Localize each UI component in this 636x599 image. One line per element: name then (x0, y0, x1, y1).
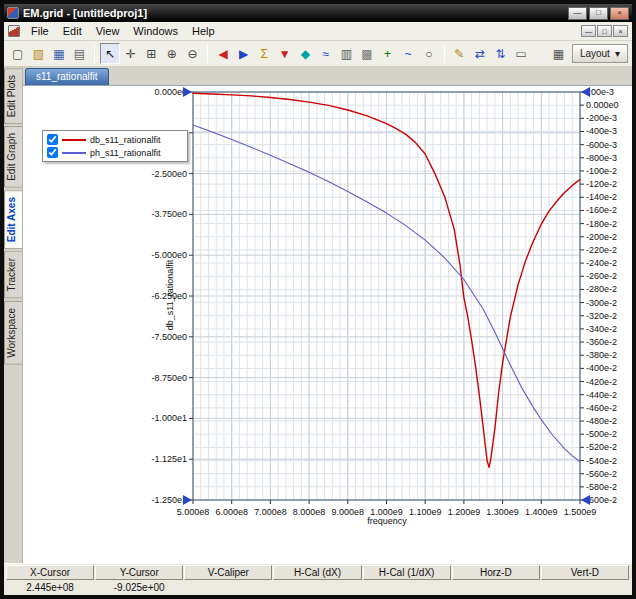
menu-bar: File Edit View Windows Help — □ × (4, 22, 632, 41)
right-tick-label: -260e-2 (586, 271, 617, 281)
window-layout-button[interactable]: ▦ (548, 43, 569, 64)
zoom-window-button[interactable]: ⊞ (141, 43, 161, 64)
side-tab-strip: Edit Plots Edit Graph Edit Axes Tracker … (4, 67, 23, 563)
right-tick-label: -160e-2 (586, 205, 617, 215)
right-tick-label: -220e-2 (586, 245, 617, 255)
open-button[interactable]: ▧ (29, 43, 49, 64)
cursor-marker-top-right[interactable] (581, 87, 590, 97)
sum-tool-button[interactable]: Σ (254, 43, 274, 64)
app-window: EM.grid - [untitledproj1] — □ × File Edi… (0, 0, 636, 599)
x-tick-label: 1.300e9 (486, 507, 519, 517)
side-tab-edit-graph[interactable]: Edit Graph (4, 126, 22, 188)
menu-help[interactable]: Help (185, 23, 222, 39)
menu-file[interactable]: File (24, 23, 56, 39)
menu-windows[interactable]: Windows (126, 23, 185, 39)
cursor-marker-top-left[interactable] (183, 87, 192, 97)
status-header-x-cursor: X-Cursor (6, 565, 94, 580)
document-icon[interactable] (8, 25, 20, 37)
layout-dropdown[interactable]: Layout ▾ (572, 44, 628, 63)
cursor-left-button[interactable]: ◀ (213, 43, 233, 64)
save-button[interactable]: ▦ (49, 43, 69, 64)
status-value-x-cursor: 2.445e+08 (6, 580, 94, 595)
chevron-down-icon: ▾ (615, 48, 620, 59)
side-tab-workspace[interactable]: Workspace (4, 301, 22, 365)
status-value-vert-d (541, 580, 629, 595)
x-tick-label: 1.500e9 (564, 507, 597, 517)
x-tick-label: 8.000e8 (293, 507, 326, 517)
legend: db_s11_rationalfit ph_s11_rationalfit (42, 130, 188, 162)
right-tick-label: -460e-2 (586, 403, 617, 413)
ruler-button[interactable]: ▭ (511, 43, 531, 64)
x-tick-label: 6.000e8 (215, 507, 248, 517)
status-value-v-caliper (184, 580, 272, 595)
right-tick-label: -600e-3 (586, 140, 617, 150)
side-tab-edit-axes[interactable]: Edit Axes (4, 190, 22, 249)
mdi-restore-button[interactable]: □ (597, 25, 612, 37)
app-icon (7, 7, 19, 19)
window-title: EM.grid - [untitledproj1] (23, 7, 568, 19)
toolbar-separator (207, 45, 208, 63)
title-bar[interactable]: EM.grid - [untitledproj1] — □ × (4, 4, 632, 22)
maximize-button[interactable]: □ (589, 7, 608, 20)
minimize-button[interactable]: — (568, 7, 587, 20)
menu-view[interactable]: View (89, 23, 127, 39)
plot-area[interactable]: 0.000e0-1.250e0-2.500e0-3.750e0-5.000e0-… (23, 86, 632, 563)
left-tick-label: -2.500e0 (151, 169, 187, 179)
mdi-window-controls: — □ × (581, 25, 630, 37)
cursor-marker-bottom-right[interactable] (581, 495, 590, 505)
left-tick-label: -1.000e1 (151, 413, 187, 423)
right-tick-label: -300e-2 (586, 298, 617, 308)
status-value-horz-d (452, 580, 540, 595)
right-tick-label: -580e-2 (586, 482, 617, 492)
status-header-h-cal-dx: H-Cal (dX) (273, 565, 361, 580)
zoom-in-button[interactable]: ⊕ (162, 43, 182, 64)
legend-checkbox-db[interactable] (47, 134, 58, 145)
peak-marker-button[interactable]: ▼ (275, 43, 295, 64)
legend-label-db: db_s11_rationalfit (90, 135, 160, 145)
new-graph-button[interactable]: ▥ (337, 43, 357, 64)
right-tick-label: -200e-3 (586, 113, 617, 123)
tab-s11-rationalfit[interactable]: s11_rationalfit (25, 68, 109, 85)
status-bar: X-Cursor Y-Cursor V-Caliper H-Cal (dX) H… (4, 563, 632, 595)
legend-checkbox-ph[interactable] (47, 147, 58, 158)
mdi-minimize-button[interactable]: — (581, 25, 596, 37)
y-axis-title: db_s11_rationalfit (165, 240, 175, 350)
h-caliper-button[interactable]: ⇅ (491, 43, 511, 64)
right-tick-label: -560e-2 (586, 469, 617, 479)
smooth-curve-button[interactable]: ~ (398, 43, 418, 64)
right-tick-label: -360e-2 (586, 337, 617, 347)
window-controls: — □ × (568, 7, 629, 20)
grid-toggle-button[interactable]: ▩ (357, 43, 377, 64)
side-tab-edit-plots[interactable]: Edit Plots (4, 68, 22, 124)
right-tick-label: -520e-2 (586, 442, 617, 452)
x-tick-label: 5.000e8 (177, 507, 210, 517)
tab-bar: s11_rationalfit (23, 67, 632, 86)
point-marker-button[interactable]: ○ (419, 43, 439, 64)
waveform-button[interactable]: ≈ (316, 43, 336, 64)
side-tab-tracker[interactable]: Tracker (4, 251, 22, 299)
add-trace-button[interactable]: + (378, 43, 398, 64)
toolbar-separator (444, 45, 445, 63)
print-button[interactable]: ▤ (70, 43, 90, 64)
diamond-marker-button[interactable]: ◆ (296, 43, 316, 64)
menu-edit[interactable]: Edit (56, 23, 89, 39)
x-tick-label: 1.400e9 (525, 507, 558, 517)
pan-tool-button[interactable]: ✛ (121, 43, 141, 64)
right-tick-label: -120e-2 (586, 179, 617, 189)
pointer-tool-button[interactable]: ↖ (100, 43, 120, 64)
toolbar: ▢ ▧ ▦ ▤ ↖ ✛ ⊞ ⊕ ⊖ ◀ ▶ Σ ▼ ◆ ≈ ▥ ▩ + ~ ○ … (4, 41, 632, 67)
right-tick-label: -380e-2 (586, 350, 617, 360)
legend-row-db: db_s11_rationalfit (47, 133, 183, 146)
legend-line-sample-db (62, 139, 86, 141)
annotate-pen-button[interactable]: ✎ (450, 43, 470, 64)
new-button[interactable]: ▢ (8, 43, 28, 64)
mdi-close-button[interactable]: × (613, 25, 628, 37)
v-caliper-button[interactable]: ⇄ (470, 43, 490, 64)
zoom-out-button[interactable]: ⊖ (183, 43, 203, 64)
cursor-marker-bottom-left[interactable] (183, 495, 192, 505)
close-button[interactable]: × (610, 7, 629, 20)
cursor-right-button[interactable]: ▶ (234, 43, 254, 64)
left-tick-label: -3.750e0 (151, 209, 187, 219)
left-tick-label: -1.250e1 (151, 495, 187, 505)
right-tick-label: -140e-2 (586, 192, 617, 202)
